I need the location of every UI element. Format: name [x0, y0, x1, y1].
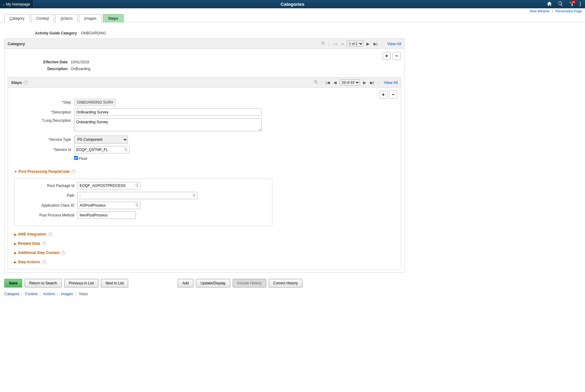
footer-actions[interactable]: Actions — [43, 292, 55, 296]
chevron-left-icon: ‹ — [3, 2, 4, 6]
step-value: ONBOARDING SURV — [74, 99, 116, 106]
tab-steps[interactable]: Steps — [103, 14, 124, 22]
top-links: New Window | Personalize Page — [0, 8, 585, 14]
triangle-down-icon: ▼ — [14, 170, 17, 173]
next-icon[interactable]: ▶ — [365, 42, 371, 46]
correct-history-button[interactable]: Correct History — [269, 279, 302, 287]
stepactions-help-icon[interactable]: ? — [42, 260, 46, 264]
steps-last-icon[interactable]: ▶| — [369, 80, 375, 85]
related-section: ▶ Related Data ? — [8, 239, 401, 248]
footer-images[interactable]: Images — [61, 292, 73, 296]
tab-images[interactable]: Images — [79, 14, 101, 22]
related-help-icon[interactable]: ? — [42, 242, 46, 246]
path-input[interactable] — [77, 192, 197, 199]
include-history-button[interactable]: Include History — [233, 279, 266, 287]
related-header[interactable]: ▶ Related Data ? — [14, 241, 401, 246]
fluid-checkbox[interactable] — [74, 156, 78, 160]
awe-title: AWE Integration — [18, 232, 46, 236]
ppp-title: Post Processing PeopleCode — [18, 169, 70, 174]
long-desc-input[interactable]: Onboarding Survey — [74, 118, 262, 131]
triangle-right-icon: ▶ — [14, 251, 17, 255]
steps-add-button[interactable]: + — [379, 91, 387, 99]
ppp-header[interactable]: ▼ Post Processing PeopleCode ? — [14, 169, 401, 174]
ppp-body: Root Package Id Path — [14, 179, 272, 226]
svc-id-lookup-icon[interactable] — [124, 148, 128, 152]
steps-pager-select[interactable]: 20 of 33 — [340, 79, 360, 85]
awe-header[interactable]: ▶ AWE Integration ? — [14, 232, 401, 236]
category-pager-select[interactable]: 1 of 2 — [347, 41, 363, 47]
stepactions-section: ▶ Step Actions ? — [8, 257, 401, 269]
tab-category[interactable]: CCategoryategory — [4, 14, 30, 22]
steps-view-all[interactable]: View All — [384, 80, 398, 85]
eff-date-label: Effective Date — [11, 60, 71, 64]
category-view-all[interactable]: View All — [387, 42, 401, 46]
app-class-lookup-icon[interactable] — [135, 203, 139, 208]
steps-help-icon[interactable]: ? — [24, 81, 28, 85]
steps-prev-icon[interactable]: ◀ — [332, 80, 338, 85]
ppp-section: ▼ Post Processing PeopleCode ? — [8, 167, 401, 176]
steps-first-icon[interactable]: |◀ — [325, 80, 330, 85]
update-display-button[interactable]: Update/Display — [196, 279, 230, 287]
home-icon[interactable] — [547, 1, 552, 7]
related-title: Related Data — [18, 241, 40, 246]
step-desc-label: *Description — [14, 110, 74, 114]
category-section: Category | |◀ ◀ 1 of 2 ▶ ▶| | View All +… — [4, 38, 405, 273]
banner-actions: 10 — [547, 1, 585, 7]
steps-search-icon[interactable] — [314, 80, 318, 85]
context-help-icon[interactable]: ? — [61, 251, 65, 255]
search-icon[interactable] — [558, 1, 563, 7]
root-pkg-input[interactable] — [77, 182, 140, 189]
app-class-label: Application Class ID — [14, 203, 77, 208]
first-icon[interactable]: |◀ — [332, 42, 338, 46]
steps-next-icon[interactable]: ▶ — [362, 80, 367, 85]
root-pkg-label: Root Package Id — [14, 184, 77, 188]
fluid-checkbox-wrap[interactable]: Fluid — [74, 156, 87, 161]
category-search-icon[interactable] — [321, 41, 325, 46]
path-lookup-icon[interactable] — [192, 193, 196, 198]
tab-strip: CCategoryategory Context Actions Images … — [0, 14, 585, 22]
footer-category[interactable]: Category — [4, 292, 19, 296]
step-desc-input[interactable] — [74, 109, 262, 116]
app-class-input[interactable] — [77, 202, 140, 209]
svc-id-input[interactable] — [74, 146, 129, 153]
awe-help-icon[interactable]: ? — [48, 232, 52, 236]
category-add-button[interactable]: + — [383, 52, 391, 60]
notifications-icon[interactable]: 10 — [569, 2, 574, 7]
cat-desc-value: OnBoarding — [71, 67, 90, 71]
return-to-search-button[interactable]: Return to Search — [25, 279, 62, 287]
fluid-label: Fluid — [79, 156, 87, 161]
personalize-link[interactable]: Personalize Page — [555, 9, 582, 13]
footer-context[interactable]: Context — [25, 292, 38, 296]
long-desc-label: *Long Description — [14, 118, 74, 123]
add-button[interactable]: Add — [178, 279, 193, 287]
svc-id-label: *Service Id — [14, 148, 74, 152]
next-in-list-button[interactable]: Next in List — [101, 279, 128, 287]
context-header[interactable]: ▶ Additional Step Context ? — [14, 251, 401, 255]
previous-in-list-button[interactable]: Previous in List — [64, 279, 98, 287]
prev-icon[interactable]: ◀ — [339, 42, 345, 46]
tab-actions[interactable]: Actions — [55, 14, 78, 22]
last-icon[interactable]: ▶| — [373, 42, 378, 46]
category-remove-button[interactable]: − — [393, 52, 401, 60]
svc-type-label: *Service Type — [14, 137, 74, 142]
steps-remove-button[interactable]: − — [389, 91, 397, 99]
tab-context[interactable]: Context — [31, 14, 54, 22]
steps-title: Steps — [11, 80, 22, 85]
stepactions-header[interactable]: ▶ Step Actions ? — [14, 260, 401, 264]
eff-date-value: 10/01/2018 — [71, 60, 89, 64]
activity-guide-meta: Activity Guide Category ONBOARDING — [4, 26, 405, 38]
back-nav[interactable]: ‹ My Homepage — [0, 0, 34, 8]
more-menu-icon[interactable] — [580, 2, 581, 6]
ppp-help-icon[interactable]: ? — [72, 170, 76, 174]
category-title: Category — [8, 42, 25, 46]
new-window-link[interactable]: New Window — [530, 9, 550, 13]
svc-type-select[interactable]: PS Component — [74, 136, 128, 144]
footer-tabs: Category| Context| Actions| Images| Step… — [4, 287, 405, 296]
cat-desc-label: Description — [11, 67, 71, 71]
root-pkg-lookup-icon[interactable] — [135, 184, 139, 188]
triangle-right-icon: ▶ — [14, 233, 17, 236]
method-input[interactable] — [77, 212, 136, 219]
save-button[interactable]: Save — [4, 279, 22, 287]
action-bar: Save Return to Search Previous in List N… — [4, 275, 302, 287]
context-section: ▶ Additional Step Context ? — [8, 248, 401, 257]
